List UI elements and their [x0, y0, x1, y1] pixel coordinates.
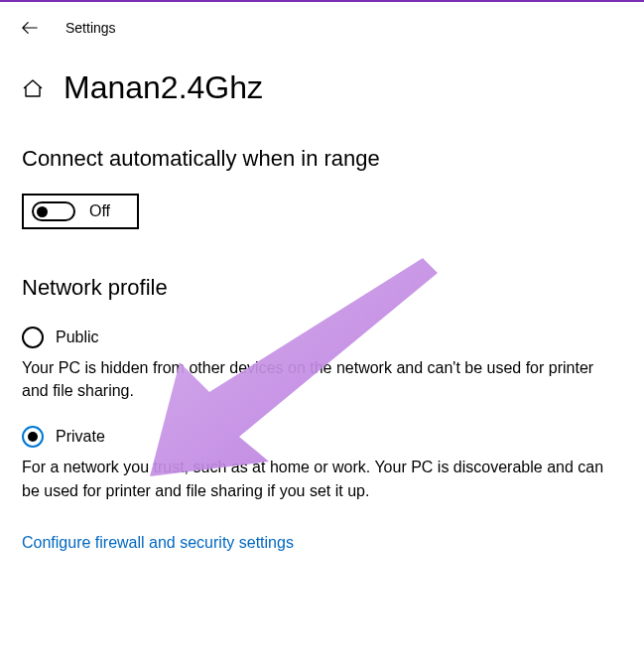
public-description: Your PC is hidden from other devices on …: [22, 356, 607, 402]
auto-connect-toggle[interactable]: Off: [22, 194, 139, 229]
firewall-link[interactable]: Configure firewall and security settings: [0, 526, 644, 552]
toggle-state-label: Off: [89, 202, 110, 220]
network-name-title: Manan2.4Ghz: [64, 69, 263, 106]
radio-label-public: Public: [56, 329, 99, 346]
toggle-knob: [37, 206, 48, 217]
header-title: Settings: [65, 20, 116, 36]
radio-circle-private: [22, 426, 44, 448]
radio-private[interactable]: Private: [22, 426, 622, 448]
radio-dot: [28, 432, 38, 442]
radio-public[interactable]: Public: [22, 327, 622, 348]
radio-circle-public: [22, 327, 44, 348]
toggle-track: [32, 201, 75, 221]
private-description: For a network you trust, such as at home…: [22, 456, 607, 501]
radio-label-private: Private: [56, 428, 105, 446]
back-button[interactable]: [22, 20, 38, 36]
network-profile-heading: Network profile: [22, 275, 622, 301]
home-icon: [22, 77, 44, 99]
auto-connect-heading: Connect automatically when in range: [0, 114, 644, 180]
